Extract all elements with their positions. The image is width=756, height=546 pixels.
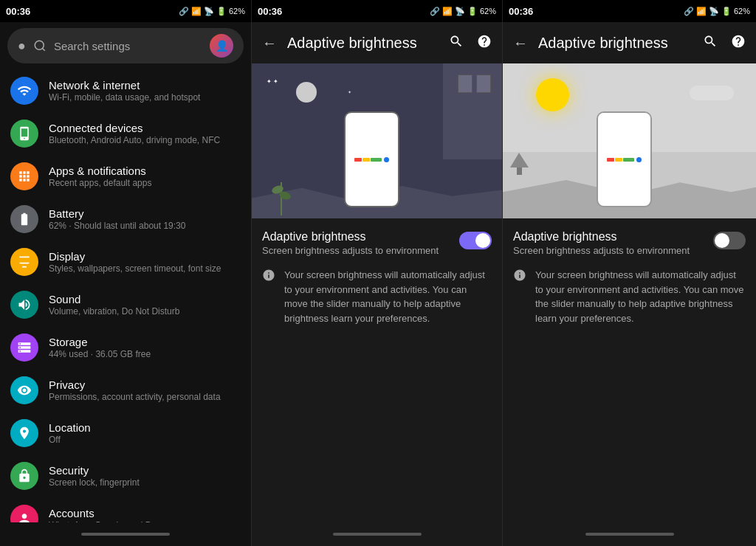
mid-toggle-text: Adaptive brightness Screen brightness ad…: [262, 230, 459, 256]
right-panel: ← Adaptive brightness: [502, 22, 756, 522]
setting-item-network[interactable]: Network & internet Wi-Fi, mobile, data u…: [0, 69, 251, 112]
battery-icon-left: 🔋: [216, 7, 227, 16]
sound-icon: [10, 291, 38, 319]
main-content: ● Search settings 👤 Network & internet W…: [0, 22, 756, 522]
setting-item-accounts[interactable]: Accounts WhatsApp, Google, and Duo: [0, 497, 251, 522]
status-bar-mid: 00:36 🔗 📶 📡 🔋 62%: [251, 0, 502, 22]
security-text: Security Screen lock, fingerprint: [49, 464, 241, 488]
settings-list: Network & internet Wi-Fi, mobile, data u…: [0, 69, 251, 522]
accounts-title: Accounts: [49, 507, 241, 519]
right-info-text: Your screen brightness will automaticall…: [535, 268, 746, 325]
location-text: Location Off: [49, 421, 241, 445]
mid-info-icon: [262, 269, 275, 286]
link-icon-mid: 🔗: [430, 7, 440, 16]
display-text: Display Styles, wallpapers, screen timeo…: [49, 250, 241, 274]
security-icon: [10, 462, 38, 490]
right-toggle-switch[interactable]: [713, 232, 746, 249]
right-panel-header: ← Adaptive brightness: [503, 22, 756, 63]
search-icon-svg: [33, 39, 47, 52]
right-search-button[interactable]: [703, 34, 718, 52]
battery-pct-mid: 62%: [480, 7, 496, 15]
setting-item-connected[interactable]: Connected devices Bluetooth, Android Aut…: [0, 112, 251, 155]
battery-pct-right: 62%: [734, 7, 750, 15]
location-icon: [10, 419, 38, 447]
connected-text: Connected devices Bluetooth, Android Aut…: [49, 122, 241, 145]
nav-bar-mid: [251, 522, 502, 546]
svg-rect-6: [517, 167, 522, 175]
right-toggle-row: Adaptive brightness Screen brightness ad…: [513, 230, 746, 256]
time-left: 00:36: [6, 6, 30, 17]
storage-text: Storage 44% used · 36.05 GB free: [49, 336, 241, 359]
nav-bar-right: [502, 522, 756, 546]
privacy-subtitle: Permissions, account activity, personal …: [49, 392, 241, 402]
wifi-icon-right: 📶: [696, 7, 707, 16]
setting-item-privacy[interactable]: Privacy Permissions, account activity, p…: [0, 369, 251, 412]
setting-item-storage[interactable]: Storage 44% used · 36.05 GB free: [0, 326, 251, 369]
battery-icon-right: 🔋: [721, 7, 732, 16]
right-panel-title: Adaptive brightness: [538, 35, 693, 52]
setting-item-apps[interactable]: Apps & notifications Recent apps, defaul…: [0, 155, 251, 198]
right-toggle-title: Adaptive brightness: [513, 230, 704, 243]
privacy-text: Privacy Permissions, account activity, p…: [49, 379, 241, 402]
status-bars-row: 00:36 🔗 📶 📡 🔋 62% 00:36 🔗 📶 📡 🔋 62% 00:3…: [0, 0, 756, 22]
svg-point-0: [35, 41, 44, 49]
search-bar[interactable]: ● Search settings 👤: [7, 28, 244, 63]
network-icon: [10, 77, 38, 105]
nav-pill-right: [585, 533, 674, 536]
right-illustration: [503, 63, 756, 218]
nav-pill-left: [81, 533, 170, 536]
wifi-icon-mid: 📶: [442, 7, 453, 16]
battery-title: Battery: [49, 207, 241, 220]
sound-subtitle: Volume, vibration, Do Not Disturb: [49, 306, 241, 317]
storage-icon: [10, 334, 38, 362]
storage-subtitle: 44% used · 36.05 GB free: [49, 349, 241, 359]
mid-toggle-subtitle: Screen brightness adjusts to environment: [262, 245, 450, 256]
battery-subtitle: 62% · Should last until about 19:30: [49, 221, 241, 231]
mid-panel-header: ← Adaptive brightness: [252, 22, 502, 63]
setting-item-battery[interactable]: Battery 62% · Should last until about 19…: [0, 198, 251, 241]
security-title: Security: [49, 464, 241, 477]
connected-subtitle: Bluetooth, Android Auto, driving mode, N…: [49, 135, 241, 145]
link-icon-right: 🔗: [684, 7, 694, 16]
network-text: Network & internet Wi-Fi, mobile, data u…: [49, 79, 241, 103]
settings-panel: ● Search settings 👤 Network & internet W…: [0, 22, 251, 522]
privacy-icon: [10, 376, 38, 404]
signal-icon-left: 📡: [204, 7, 214, 16]
right-back-button[interactable]: ←: [513, 35, 528, 52]
svg-marker-5: [510, 153, 529, 167]
right-info-row: Your screen brightness will automaticall…: [513, 268, 746, 325]
mid-toggle-title: Adaptive brightness: [262, 230, 450, 243]
mid-back-button[interactable]: ←: [262, 35, 277, 52]
search-placeholder[interactable]: Search settings: [54, 40, 202, 52]
network-subtitle: Wi-Fi, mobile, data usage, and hotspot: [49, 92, 241, 103]
right-info-icon: [513, 269, 526, 286]
connected-icon: [10, 120, 38, 148]
mid-info-text: Your screen brightness will automaticall…: [284, 268, 492, 325]
right-toggle-text: Adaptive brightness Screen brightness ad…: [513, 230, 713, 256]
mid-illustration: ✦ ✦ ✦: [252, 63, 502, 218]
setting-item-sound[interactable]: Sound Volume, vibration, Do Not Disturb: [0, 283, 251, 326]
setting-item-display[interactable]: Display Styles, wallpapers, screen timeo…: [0, 241, 251, 283]
apps-title: Apps & notifications: [49, 165, 241, 177]
sound-title: Sound: [49, 293, 241, 305]
setting-item-location[interactable]: Location Off: [0, 412, 251, 455]
battery-pct-left: 62%: [229, 7, 245, 15]
network-title: Network & internet: [49, 79, 241, 91]
display-title: Display: [49, 250, 241, 263]
status-bar-right: 00:36 🔗 📶 📡 🔋 62%: [502, 0, 756, 22]
accounts-text: Accounts WhatsApp, Google, and Duo: [49, 507, 241, 522]
status-icons-mid: 🔗 📶 📡 🔋 62%: [430, 7, 496, 16]
setting-item-security[interactable]: Security Screen lock, fingerprint: [0, 455, 251, 497]
right-toggle-subtitle: Screen brightness adjusts to environment: [513, 245, 704, 256]
user-avatar[interactable]: 👤: [210, 34, 233, 58]
battery-text: Battery 62% · Should last until about 19…: [49, 207, 241, 231]
accounts-icon: [10, 505, 38, 522]
mid-toggle-switch[interactable]: [459, 232, 492, 249]
signal-icon-right: 📡: [709, 7, 719, 16]
mid-help-button[interactable]: [477, 34, 492, 52]
right-help-button[interactable]: [731, 34, 746, 52]
right-adaptive-content: Adaptive brightness Screen brightness ad…: [503, 218, 756, 522]
mid-search-button[interactable]: [449, 34, 464, 52]
mid-toggle-knob: [475, 233, 490, 248]
mid-panel: ← Adaptive brightness ✦ ✦ ✦: [251, 22, 502, 522]
